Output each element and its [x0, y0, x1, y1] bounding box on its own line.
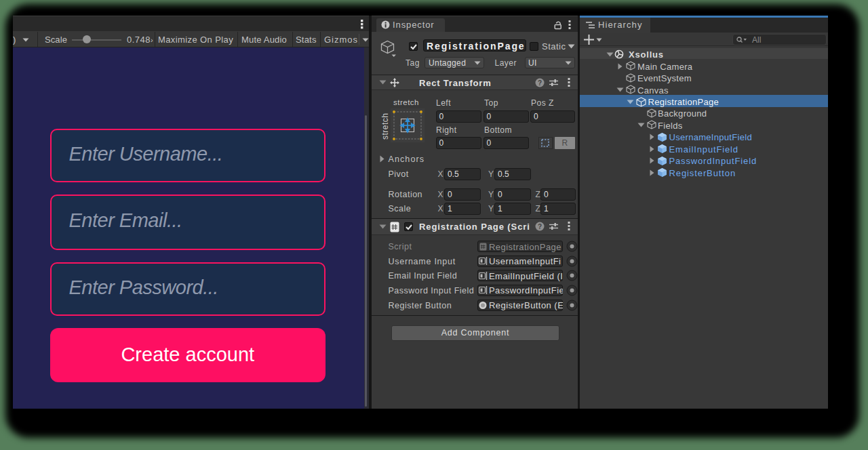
svg-text:?: ?	[538, 79, 542, 87]
svg-text:?: ?	[538, 223, 542, 230]
